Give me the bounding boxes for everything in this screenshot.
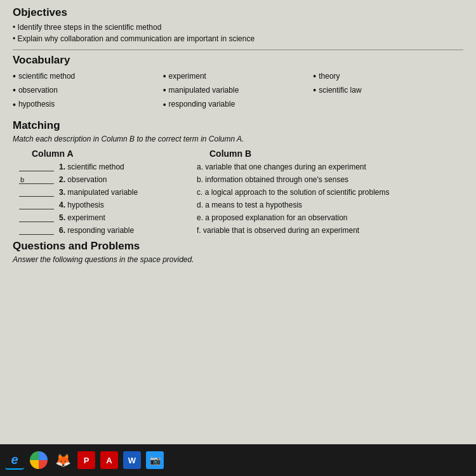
col-a-item-1: 1. scientific method <box>19 162 197 171</box>
vocab-col-1: scientific method observation hypothesis <box>13 69 163 112</box>
term-6: 6. responding variable <box>59 226 134 235</box>
match-row-2: b 2. observation b. information obtained… <box>13 175 463 184</box>
vocab-item-manipulated-variable: manipulated variable <box>163 83 314 97</box>
term-3: 3. manipulated variable <box>59 188 138 197</box>
answer-blank-6 <box>19 226 54 235</box>
answer-blank-5 <box>19 213 54 222</box>
col-b-item-6: f. variable that is observed during an e… <box>197 226 463 235</box>
vocab-item-scientific-method: scientific method <box>13 69 163 83</box>
objectives-item-1: Identify three steps in the scientific m… <box>13 22 463 33</box>
match-row-5: 5. experiment e. a proposed explanation … <box>13 213 463 222</box>
camera-label: 📷 <box>150 455 161 465</box>
objectives-title: Objectives <box>13 6 463 19</box>
taskbar: e 🦊 P A W 📷 <box>0 444 476 476</box>
vocab-item-responding-variable: responding variable <box>163 98 314 112</box>
match-row-6: 6. responding variable f. variable that … <box>13 226 463 235</box>
questions-title: Questions and Problems <box>13 240 463 253</box>
questions-subtitle: Answer the following questions in the sp… <box>13 255 463 264</box>
answer-blank-1 <box>19 162 54 171</box>
col-a-item-2: b 2. observation <box>19 175 197 184</box>
match-row-1: 1. scientific method a. variable that on… <box>13 162 463 171</box>
powerpoint-label: P <box>84 456 89 465</box>
term-2: 2. observation <box>59 175 107 184</box>
col-a-item-5: 5. experiment <box>19 213 197 222</box>
term-4: 4. hypothesis <box>59 201 104 209</box>
vocab-col-2: experiment manipulated variable respondi… <box>163 69 314 112</box>
vocab-item-experiment: experiment <box>163 69 314 83</box>
questions-section: Questions and Problems Answer the follow… <box>13 240 463 264</box>
col-b-item-4: d. a means to test a hypothesis <box>197 201 463 209</box>
col-b-header: Column B <box>209 149 463 159</box>
vocab-item-scientific-law: scientific law <box>313 83 463 97</box>
answer-blank-4 <box>19 201 54 209</box>
page-content: Objectives Identify three steps in the s… <box>0 0 476 444</box>
term-1: 1. scientific method <box>59 162 124 171</box>
chrome-circle <box>30 451 48 469</box>
col-b-item-1: a. variable that one changes during an e… <box>197 162 463 171</box>
taskbar-powerpoint-icon[interactable]: P <box>77 451 95 469</box>
vocab-item-theory: theory <box>313 69 463 83</box>
col-a-item-4: 4. hypothesis <box>19 201 197 209</box>
vocabulary-title: Vocabulary <box>13 54 463 67</box>
vocab-item-observation: observation <box>13 83 163 97</box>
taskbar-word-icon[interactable]: W <box>123 451 141 469</box>
vocab-col-3: theory scientific law <box>313 69 463 112</box>
col-b-item-3: c. a logical approach to the solution of… <box>197 188 463 197</box>
col-a-header: Column A <box>32 149 209 159</box>
answer-blank-3 <box>19 188 54 197</box>
matching-section: Matching Match each description in Colum… <box>13 119 463 235</box>
word-label: W <box>128 456 136 465</box>
match-row-3: 3. manipulated variable c. a logical app… <box>13 188 463 197</box>
objectives-section: Objectives Identify three steps in the s… <box>13 6 463 44</box>
taskbar-chrome-icon[interactable] <box>29 451 48 470</box>
edge-label: e <box>11 453 18 467</box>
term-5: 5. experiment <box>59 213 105 222</box>
taskbar-acrobat-icon[interactable]: A <box>100 451 118 469</box>
written-answer-2: b <box>20 176 24 183</box>
col-b-item-5: e. a proposed explanation for an observa… <box>197 213 463 222</box>
col-a-item-6: 6. responding variable <box>19 226 197 235</box>
col-b-item-2: b. information obtained through one's se… <box>197 175 463 184</box>
firefox-label: 🦊 <box>55 453 71 468</box>
objectives-list: Identify three steps in the scientific m… <box>13 22 463 44</box>
taskbar-edge-icon[interactable]: e <box>5 451 24 470</box>
columns-header: Column A Column B <box>13 149 463 159</box>
acrobat-label: A <box>106 456 112 465</box>
taskbar-firefox-icon[interactable]: 🦊 <box>53 451 72 470</box>
matching-title: Matching <box>13 119 463 132</box>
objectives-item-2: Explain why collaboration and communicat… <box>13 33 463 44</box>
match-row-4: 4. hypothesis d. a means to test a hypot… <box>13 201 463 209</box>
matching-instruction: Match each description in Column B to th… <box>13 135 463 143</box>
vocab-grid: scientific method observation hypothesis… <box>13 69 463 112</box>
vocab-item-hypothesis: hypothesis <box>13 98 163 112</box>
taskbar-camera-icon[interactable]: 📷 <box>146 451 164 469</box>
col-a-item-3: 3. manipulated variable <box>19 188 197 197</box>
vocabulary-section: Vocabulary scientific method observation… <box>13 54 463 112</box>
